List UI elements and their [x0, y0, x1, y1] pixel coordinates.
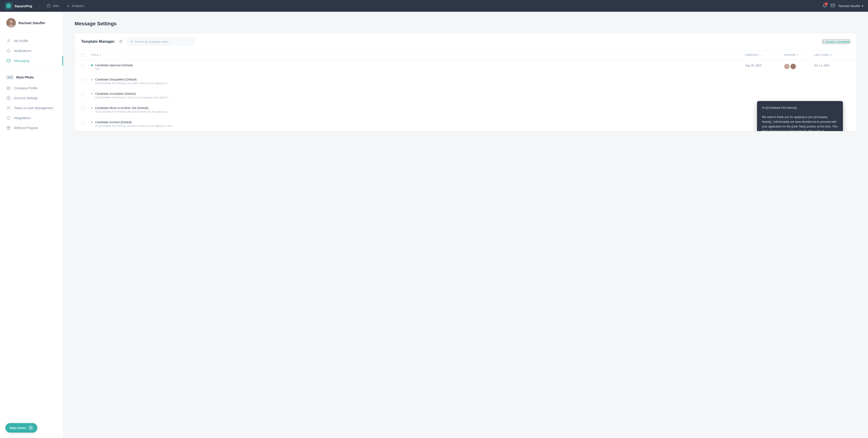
bell-icon — [6, 49, 11, 53]
svg-point-16 — [7, 106, 9, 108]
template-list-container: TITLE ⇅ CREATED ⇅ AUTHOR ⇅ LAST USED ⇅ — [75, 50, 857, 131]
template-search[interactable] — [127, 38, 195, 45]
template-created-date — [745, 92, 781, 92]
sidebar-item-messaging[interactable]: Messaging — [0, 56, 63, 66]
nav-right-section: 1 Rachael Stauffer ▾ — [822, 3, 864, 9]
create-template-button[interactable]: + Create a template — [822, 39, 850, 44]
svg-point-10 — [8, 39, 9, 41]
row-title-cell-3: Candidate Incomplete (Default) Hi {{Cand… — [91, 92, 743, 99]
template-title: Candidate Disqualified (Default) — [95, 78, 169, 81]
popover-content: Hi {{Candidate First Name}}, We want to … — [762, 105, 838, 131]
table-row[interactable]: Candidate Approval (Default) Test Sep 26… — [75, 60, 857, 74]
row-title-cell-2: Candidate Disqualified (Default) Hi {{Ca… — [91, 78, 743, 85]
sidebar-item-referral-program[interactable]: Referral Program — [0, 123, 63, 133]
col-header-last-used[interactable]: LAST USED ⇅ — [814, 54, 850, 56]
template-title: Candidate Move to Another Job (Default) — [95, 106, 169, 110]
row-checkbox-2[interactable] — [81, 78, 85, 82]
template-subtitle: Hi {{Candidate First Name}}, Thank you f… — [95, 96, 170, 99]
company-menu-section: Company Profile Account Settings Teams &… — [0, 81, 63, 135]
sort-icon: ⇅ — [830, 54, 832, 56]
inactive-indicator — [91, 121, 93, 123]
row-checkbox-cell — [81, 78, 88, 82]
template-manager-title: Template Manager — [81, 39, 115, 44]
col-header-created[interactable]: CREATED ⇅ — [745, 54, 781, 56]
template-subtitle: Test — [95, 68, 133, 70]
sort-icon: ⇅ — [759, 54, 761, 56]
nav-links: Jobs Analytics — [43, 2, 822, 9]
main-content: Message Settings Template Manager 7 + Cr… — [63, 12, 868, 438]
svg-point-15 — [8, 98, 9, 99]
sidebar-item-company-profile[interactable]: Company Profile — [0, 83, 63, 93]
personal-menu-section: My Profile Notifications Messaging — [0, 34, 63, 68]
notifications-button[interactable]: 1 — [822, 3, 827, 9]
envelope-icon — [6, 59, 11, 63]
table-row[interactable]: Candidate Incomplete (Default) Hi {{Cand… — [75, 88, 857, 103]
template-subtitle: Hi {{Candidate First Name}}, We want to … — [95, 110, 169, 113]
template-subtitle: Hi {{Candidate First Name}}, We want to … — [95, 125, 174, 127]
row-checkbox-3[interactable] — [81, 92, 85, 96]
messages-button[interactable] — [831, 3, 835, 9]
template-subtitle: Hi {{Candidate First Name}}, We want to … — [95, 82, 169, 85]
search-icon — [130, 39, 133, 43]
nav-link-jobs[interactable]: Jobs — [43, 2, 62, 9]
panel-header: Template Manager 7 + Create a template — [75, 33, 857, 50]
template-author — [784, 92, 811, 92]
row-title-cell-4: Candidate Move to Another Job (Default) … — [91, 106, 743, 113]
sidebar-item-integrations[interactable]: Integrations — [0, 113, 63, 123]
sidebar-item-label: Account Settings — [14, 96, 38, 100]
col-header-title[interactable]: TITLE ⇅ — [91, 54, 743, 56]
logo[interactable]: SquarePeg — [4, 2, 32, 10]
row-checkbox-4[interactable] — [81, 107, 85, 110]
sort-icon: ⇅ — [796, 54, 798, 56]
building-icon — [6, 86, 11, 90]
logo-text: SquarePeg — [14, 4, 32, 8]
nav-divider — [39, 2, 39, 9]
nav-link-analytics[interactable]: Analytics — [63, 2, 88, 9]
header-checkbox — [81, 53, 88, 57]
row-checkbox-cell — [81, 63, 88, 68]
sidebar-item-label: Teams & User Management — [14, 106, 53, 110]
sidebar-item-label: Referral Program — [14, 126, 38, 130]
avatar-image — [6, 18, 16, 28]
active-indicator — [91, 64, 93, 66]
sidebar-item-account-settings[interactable]: Account Settings — [0, 93, 63, 103]
template-last-used — [814, 78, 850, 78]
template-author — [784, 63, 811, 69]
author-avatar-2 — [790, 64, 796, 69]
table-header: TITLE ⇅ CREATED ⇅ AUTHOR ⇅ LAST USED ⇅ — [75, 50, 857, 60]
inactive-indicator — [91, 107, 93, 109]
row-title-cell-5: Candidate Archival (Default) Hi {{Candid… — [91, 121, 743, 127]
svg-point-22 — [130, 40, 132, 42]
sidebar-divider — [0, 69, 63, 70]
avatar — [6, 18, 16, 28]
row-title-cell-1: Candidate Approval (Default) Test — [91, 63, 743, 70]
user-menu[interactable]: Rachael Stauffer ▾ — [839, 4, 864, 8]
help-icon: ? — [28, 425, 33, 430]
help-center-button[interactable]: Help Center ? — [5, 423, 37, 433]
user-icon — [6, 39, 11, 43]
nav-analytics-label: Analytics — [72, 4, 84, 8]
row-checkbox-1[interactable] — [81, 64, 85, 68]
sidebar-item-my-profile[interactable]: My Profile — [0, 36, 63, 46]
cog-icon — [6, 96, 11, 100]
sidebar-item-label: Company Profile — [14, 86, 37, 90]
table-row[interactable]: Candidate Disqualified (Default) Hi {{Ca… — [75, 74, 857, 88]
logo-icon — [4, 2, 13, 10]
sidebar-item-label: My Profile — [14, 39, 28, 43]
template-count-badge: 7 — [118, 39, 123, 43]
svg-point-8 — [9, 20, 13, 23]
table-row[interactable]: Candidate Move to Another Job (Default) … — [75, 103, 857, 117]
sidebar-item-teams-user-management[interactable]: Teams & User Management — [0, 103, 63, 113]
sidebar-item-notifications[interactable]: Notifications — [0, 46, 63, 56]
row-checkbox-5[interactable] — [81, 121, 85, 125]
select-all-checkbox[interactable] — [81, 53, 85, 57]
bar-chart-icon — [66, 4, 70, 8]
company-name: Ryse Photo — [16, 75, 34, 79]
puzzle-icon — [6, 116, 11, 120]
template-manager-panel: Template Manager 7 + Create a template — [74, 33, 857, 131]
row-checkbox-cell — [81, 106, 88, 110]
table-row[interactable]: Candidate Archival (Default) Hi {{Candid… — [75, 117, 857, 131]
col-header-author[interactable]: AUTHOR ⇅ — [784, 54, 811, 56]
search-input[interactable] — [135, 40, 192, 43]
company-logo: RYSE — [6, 75, 13, 80]
